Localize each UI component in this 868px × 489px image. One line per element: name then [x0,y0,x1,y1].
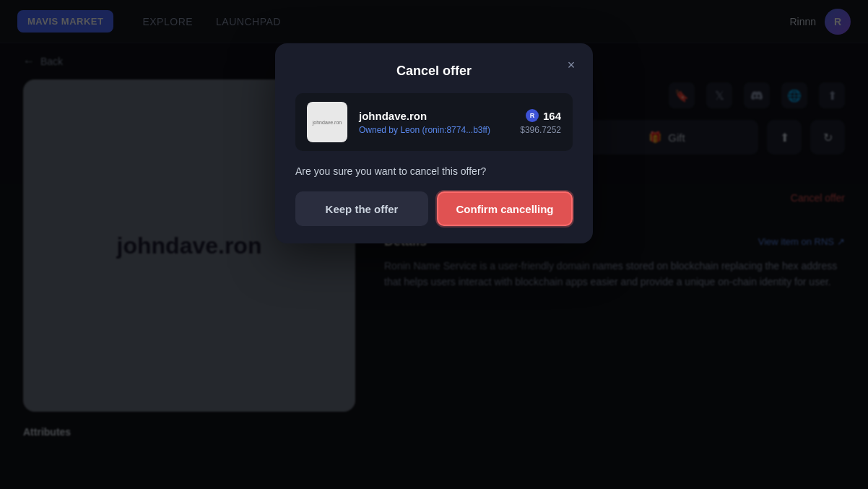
modal-backdrop: × Cancel offer johndave.ron johndave.ron… [0,0,868,489]
modal-item-thumbnail: johndave.ron [307,102,347,142]
modal-item-info: johndave.ron Owned by Leon (ronin:8774..… [359,110,508,135]
modal-item-usd: $396.7252 [520,125,561,135]
modal-close-button[interactable]: × [561,55,581,75]
modal-buttons: Keep the offer Confirm cancelling [295,191,573,226]
modal-item-price: R 164 $396.7252 [520,109,561,135]
owner-address: (ronin:8774...b3ff) [422,125,490,135]
keep-offer-button[interactable]: Keep the offer [295,191,428,226]
confirm-cancel-button[interactable]: Confirm cancelling [437,191,573,226]
modal-item-row: johndave.ron johndave.ron Owned by Leon … [295,93,573,151]
modal-amount: 164 [543,110,561,122]
modal-item-owner: Owned by Leon (ronin:8774...b3ff) [359,125,508,135]
owner-name: Leon [400,125,420,135]
cancel-offer-modal: × Cancel offer johndave.ron johndave.ron… [275,43,593,243]
modal-item-ron: R 164 [520,109,561,122]
owned-by-prefix: Owned by [359,125,398,135]
modal-confirm-text: Are you sure you want to cancel this off… [295,165,573,177]
modal-title: Cancel offer [295,64,573,79]
modal-item-name: johndave.ron [359,110,508,122]
modal-ron-icon: R [526,109,539,122]
